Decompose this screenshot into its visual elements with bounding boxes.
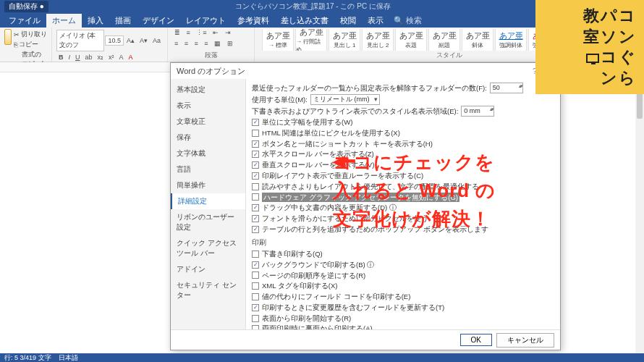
dialog-titlebar: Word のオプション ? ✕ <box>171 63 560 79</box>
checkbox-layout-priority[interactable] <box>252 183 259 190</box>
checkbox-xml-tags[interactable] <box>252 282 259 290</box>
ribbon-group-paragraph: ≣ ≡ ⋮≡ ⇤ ⇥ ≡ ≡ ≡ ≡ ▦ ⊞ 段落 <box>168 28 255 62</box>
highlight-icon[interactable]: A <box>117 53 126 62</box>
font-color-icon[interactable]: A <box>127 53 135 62</box>
monitor-icon <box>586 54 599 63</box>
style-1[interactable]: あア亜→ 行間詰め <box>295 29 327 51</box>
tab-references[interactable]: 参考資料 <box>232 14 275 28</box>
tab-review[interactable]: 校閲 <box>334 14 362 28</box>
checkbox-vruler[interactable] <box>252 172 259 180</box>
nav-item-10[interactable]: アドイン <box>171 261 245 277</box>
style-4[interactable]: あア亜表題 <box>395 29 427 51</box>
nav-item-3[interactable]: 保存 <box>171 130 245 146</box>
checkbox-hscroll[interactable] <box>252 151 259 158</box>
tab-layout[interactable]: レイアウト <box>180 14 232 28</box>
dialog-footer: OK キャンセル <box>171 329 560 350</box>
indent-inc-icon[interactable]: ⇥ <box>223 28 233 37</box>
sub-icon[interactable]: x₂ <box>96 53 106 62</box>
ribbon-group-font: メイリオ (本文のフ 10.5 A▴ A▾ Aa B I U ab x₂ x² … <box>52 28 168 62</box>
checkbox-char-width[interactable] <box>252 119 259 126</box>
checkbox-field-codes[interactable] <box>252 293 259 300</box>
style-0[interactable]: あア亜→ 標準 <box>262 29 294 51</box>
callout-text: ココにチェックを 入れると Word の 文字化けが解決！ <box>333 148 496 233</box>
checkbox-front-first[interactable] <box>252 315 259 322</box>
dialog-title: Word のオプション <box>177 66 245 77</box>
recent-folders-spinner[interactable]: 50 <box>490 83 523 93</box>
grow-font-icon[interactable]: A▴ <box>124 36 137 45</box>
sup-icon[interactable]: x² <box>106 53 116 62</box>
checkbox-draft-print[interactable] <box>252 251 259 258</box>
autosave-toggle[interactable]: 自動保存 ● <box>4 1 48 12</box>
style-6[interactable]: あア亜斜体 <box>462 29 493 51</box>
style-7[interactable]: あア亜強調斜体 <box>495 29 527 51</box>
nav-item-2[interactable]: 文章校正 <box>171 114 245 130</box>
tab-mailings[interactable]: 差し込み文書 <box>275 14 334 28</box>
font-size-select[interactable]: 10.5 <box>105 35 124 46</box>
checkbox-shortcut[interactable] <box>252 140 259 148</box>
underline-icon[interactable]: U <box>73 53 82 62</box>
nav-item-9[interactable]: クイック アクセス ツール バー <box>171 235 245 261</box>
tab-draw[interactable]: 描画 <box>109 14 137 28</box>
clear-format-icon[interactable]: Aa <box>151 36 163 45</box>
align-center-icon[interactable]: ≡ <box>182 39 190 48</box>
indent-dec-icon[interactable]: ⇤ <box>211 28 221 37</box>
search-box[interactable]: 🔍 検索 <box>394 15 422 26</box>
tab-file[interactable]: ファイル <box>3 14 46 28</box>
align-right-icon[interactable]: ≡ <box>192 39 200 48</box>
style-5[interactable]: あア亜副題 <box>428 29 460 51</box>
tab-home[interactable]: ホーム <box>46 14 82 28</box>
status-page[interactable]: 行: 5 3/419 文字 <box>4 353 51 363</box>
brand-logo: 教パコ 室ソン コぐ ンら <box>535 0 644 94</box>
shrink-font-icon[interactable]: A▾ <box>137 36 150 45</box>
ok-button[interactable]: OK <box>460 334 492 346</box>
nav-item-6[interactable]: 簡単操作 <box>171 177 245 193</box>
checkbox-vscroll[interactable] <box>252 161 259 169</box>
paste-icon[interactable] <box>4 29 12 45</box>
multilevel-icon[interactable]: ⋮≡ <box>194 28 208 37</box>
bullets-icon[interactable]: ≣ <box>172 28 182 37</box>
cut-button[interactable]: ✂ 切り取り <box>14 30 47 39</box>
checkbox-update-fields[interactable] <box>252 304 259 311</box>
nav-item-7[interactable]: 詳細設定 <box>171 193 245 209</box>
tab-insert[interactable]: 挿入 <box>82 14 109 28</box>
dialog-nav: 基本設定表示文章校正保存文字体裁言語簡単操作詳細設定リボンのユーザー設定クイック… <box>171 79 246 329</box>
style-area-width-spinner[interactable]: 0 mm <box>461 106 494 117</box>
align-left-icon[interactable]: ≡ <box>172 39 180 48</box>
borders-icon[interactable]: ⊞ <box>225 39 235 48</box>
font-family-select[interactable]: メイリオ (本文のフ <box>56 30 104 51</box>
nav-item-0[interactable]: 基本設定 <box>171 82 245 98</box>
checkbox-table-popup[interactable] <box>252 226 259 233</box>
window-title: コンぐらパソコン教室_課題17 - この PC に保存 <box>54 1 572 12</box>
style-2[interactable]: あア亜見出し 1 <box>329 29 360 51</box>
cancel-button[interactable]: キャンセル <box>496 333 554 348</box>
unit-select[interactable]: ミリメートル (mm) <box>310 94 381 105</box>
justify-icon[interactable]: ≡ <box>202 39 210 48</box>
nav-item-1[interactable]: 表示 <box>171 98 245 114</box>
bold-icon[interactable]: B <box>56 53 66 62</box>
checkbox-reverse-print[interactable] <box>252 272 259 279</box>
section-print: 印刷 <box>252 237 554 248</box>
checkbox-update-drag[interactable] <box>252 204 259 211</box>
numbering-icon[interactable]: ≡ <box>185 28 192 37</box>
vertical-scrollbar[interactable] <box>635 72 644 353</box>
statusbar: 行: 5 3/419 文字 日本語 <box>0 353 644 362</box>
tab-view[interactable]: 表示 <box>362 14 389 28</box>
group-label-paragraph: 段落 <box>172 51 250 60</box>
style-3[interactable]: あア亜見出し 2 <box>362 29 394 51</box>
italic-icon[interactable]: I <box>67 53 73 62</box>
strike-icon[interactable]: ab <box>83 53 95 62</box>
nav-item-11[interactable]: セキュリティ センター <box>171 277 245 303</box>
checkbox-html-px[interactable] <box>252 130 259 137</box>
nav-item-8[interactable]: リボンのユーザー設定 <box>171 209 245 235</box>
checkbox-bg-print[interactable] <box>252 261 259 269</box>
checkbox-subpixel[interactable] <box>252 215 259 222</box>
ribbon-group-clipboard: ✂ 切り取り ⎘ コピー 🖌 書式のコピー/貼り付け クリップボード <box>0 28 52 62</box>
nav-item-5[interactable]: 言語 <box>171 161 245 177</box>
copy-button[interactable]: ⎘ コピー <box>14 40 47 49</box>
nav-item-4[interactable]: 文字体裁 <box>171 146 245 161</box>
tab-design[interactable]: デザイン <box>137 14 180 28</box>
checkbox-disable-hw-accel[interactable] <box>252 193 259 201</box>
shading-icon[interactable]: ▦ <box>212 39 223 48</box>
status-lang[interactable]: 日本語 <box>59 353 78 363</box>
